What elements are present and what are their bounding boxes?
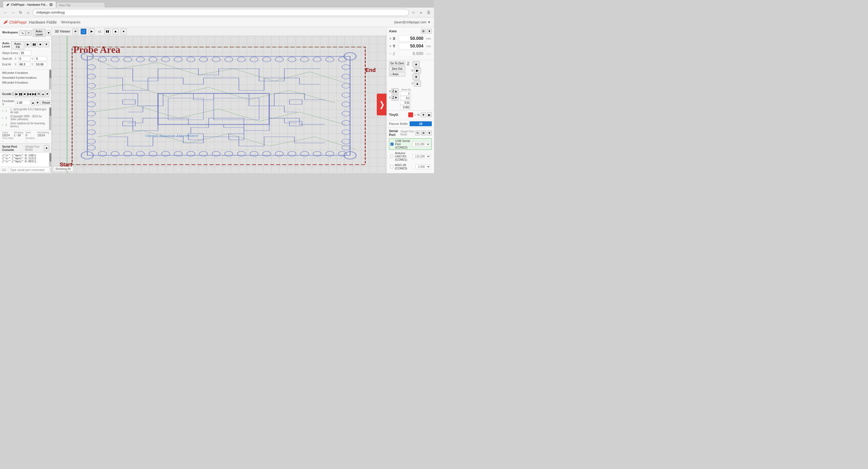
console-more-btn[interactable]: ▼	[44, 145, 49, 151]
forward-btn[interactable]: →	[10, 9, 16, 16]
menu-btn[interactable]: ☰	[425, 9, 432, 16]
home-btn[interactable]: ⌂	[25, 9, 31, 16]
z-plus-btn[interactable]: Z▲	[392, 88, 399, 94]
right-chevron-btn[interactable]: ❭	[377, 94, 386, 115]
stat-duration-label: Duration	[26, 137, 50, 140]
stat-timestart: Time Start -	[2, 137, 26, 143]
stat-duration: Duration -	[26, 137, 50, 143]
move-by-1[interactable]	[400, 91, 411, 95]
move-by-01[interactable]	[400, 96, 411, 100]
axes-home-btn[interactable]: ⌂ Axes	[389, 72, 405, 77]
sp-more-btn[interactable]: ▼	[427, 130, 432, 136]
autolevel-pause-btn[interactable]: ▮▮	[31, 41, 37, 47]
end-y-input[interactable]	[35, 62, 47, 67]
extensions-btn[interactable]: »	[418, 9, 424, 16]
bookmark-btn[interactable]: ☆	[410, 9, 416, 16]
viewer-camera-btn[interactable]: ▢	[81, 29, 87, 34]
gcode-skip-start-btn[interactable]: ▮◀	[27, 91, 31, 97]
active-tab[interactable]: 🌶 ChiliPeppr - Hardware Fid... ×	[3, 1, 56, 8]
feedrate-input[interactable]	[15, 100, 30, 105]
ws-bookmark-btn[interactable]: ⚬	[26, 30, 32, 35]
jog-controls-section: Go To Zero Zero Out ⌂ Axes Jog ▲ X ▶	[387, 60, 434, 111]
gcode-info-btn[interactable]: i	[12, 92, 14, 96]
console-scroll-thumb[interactable]	[50, 153, 51, 162]
autolevel-more-btn[interactable]: ▼	[44, 41, 49, 47]
axes-settings-btn[interactable]: ⚙	[421, 29, 426, 34]
steps-every-input[interactable]: 25	[19, 51, 31, 55]
gcode-play-btn[interactable]: ▶	[15, 91, 18, 97]
sp-baud-usb[interactable]: 115,200	[412, 142, 431, 147]
sp-check-arduino[interactable]	[390, 155, 393, 158]
tinyg-tilde[interactable]: ~	[414, 113, 416, 117]
new-tab[interactable]: New Tab	[56, 2, 105, 8]
sp-baud-arduino[interactable]: 115,200	[412, 154, 431, 159]
gcode-more-btn[interactable]: ▼	[45, 91, 49, 97]
ws-import-btn[interactable]: ↘	[19, 30, 26, 35]
workspaces-link[interactable]: Workspaces	[61, 20, 80, 24]
start-x-input[interactable]	[18, 56, 30, 61]
goto-zero-btn[interactable]: Go To Zero	[389, 61, 405, 66]
gcode-scroll-thumb[interactable]	[50, 108, 52, 116]
svg-point-38	[149, 57, 157, 62]
reload-btn[interactable]: ↻	[18, 9, 24, 16]
z-axis-toggle[interactable]: ▼	[389, 52, 392, 55]
x-plus-btn[interactable]: ▶	[414, 67, 421, 74]
viewer-eye-btn[interactable]: 👁	[72, 29, 79, 34]
sp-settings-btn[interactable]: ⚙	[421, 130, 426, 136]
sp-refresh-btn[interactable]: ↻	[415, 130, 420, 136]
feedrate-up-btn[interactable]: ▲	[31, 99, 35, 106]
autolevel-badge-btn[interactable]: Auto-Level	[33, 29, 46, 37]
start-y-input[interactable]	[35, 56, 47, 61]
y-arrow-btn[interactable]: ▲	[414, 81, 421, 87]
move-by-0001[interactable]	[400, 105, 411, 109]
tinyg-dropdown-btn[interactable]: ▼	[421, 112, 426, 117]
y-axis-label: Y	[393, 44, 398, 48]
zero-out-btn[interactable]: Zero Out	[389, 66, 405, 71]
viewer-more-btn[interactable]: ▼	[121, 29, 127, 34]
sp-check-mso[interactable]	[390, 165, 393, 168]
gcode-pause-btn[interactable]: ▮▮	[19, 91, 23, 97]
console-command-input[interactable]	[8, 168, 50, 172]
sp-baud-mso[interactable]: 2,400	[415, 165, 431, 169]
move-by-001[interactable]	[400, 101, 411, 105]
gcode-up-btn[interactable]: ▲	[41, 91, 45, 97]
center-panel: 3D Viewer 👁 ▢ ▶ x1 ▮▮ ■ ▼ Probe Area Sta…	[52, 27, 386, 173]
tinyg-more-btn[interactable]: ▶	[427, 112, 432, 117]
console-scrollbar[interactable]	[49, 153, 51, 166]
feedrate-reset-btn[interactable]: Reset	[40, 100, 52, 105]
viewer-pause-btn[interactable]: ▮▮	[104, 29, 111, 34]
sp-check-usb[interactable]: ✓	[390, 143, 394, 146]
viewer-stop-btn[interactable]: ■	[113, 29, 119, 34]
autolevel-scrollbar[interactable]	[49, 69, 51, 90]
gcode-scrollbar[interactable]	[49, 107, 51, 130]
gcode-text-1: (.../pcb-gcode-3.6.2.4/pcb-gco de.ulp)	[10, 108, 48, 114]
stat-duration-value: -	[26, 140, 50, 143]
viewer-play-btn[interactable]: ▶	[89, 29, 95, 34]
workspace-more-btn[interactable]: ▼	[46, 30, 51, 36]
end-x-input[interactable]	[18, 62, 30, 67]
gcode-skip-end-btn[interactable]: ▶▮	[32, 91, 36, 97]
y-minus-btn[interactable]: ▼	[412, 74, 420, 80]
autolevel-scroll-thumb[interactable]	[50, 70, 51, 78]
y-plus-btn[interactable]: ▲	[412, 61, 420, 67]
tinyg-stop-btn[interactable]	[408, 112, 413, 117]
gcode-stop-btn[interactable]: ■	[23, 91, 26, 97]
auto-fill-btn[interactable]: Auto-Fill	[11, 41, 25, 50]
back-btn[interactable]: ←	[2, 9, 9, 16]
user-menu[interactable]: jlauer@chilipeppr.com ▼	[394, 20, 431, 24]
browser-nav: ← → ↻ ⌂ chilipeppr.com/tinyg ☆ » ☰	[0, 8, 434, 18]
autolevel-stop-btn[interactable]: ■	[38, 41, 43, 47]
gcode-check-3: ✓	[2, 123, 4, 126]
address-bar[interactable]: chilipeppr.com/tinyg	[33, 9, 409, 16]
axes-more-btn[interactable]: ▼	[427, 29, 432, 34]
z-minus-btn[interactable]: Z▼	[392, 95, 399, 101]
svg-rect-96	[214, 98, 259, 120]
y-axis-toggle[interactable]: ▼	[389, 45, 392, 48]
autolevel-play-btn[interactable]: ▶	[25, 41, 31, 47]
gcode-settings-btn[interactable]: ⚙	[37, 91, 40, 97]
feedrate-down-btn[interactable]: ▼	[36, 99, 39, 106]
tinyg-percent[interactable]: %	[417, 113, 420, 116]
viewer-canvas[interactable]: Probe Area Start End	[52, 36, 386, 173]
x-axis-toggle[interactable]: ▼	[389, 37, 392, 40]
tab-close-btn[interactable]: ×	[50, 3, 53, 6]
